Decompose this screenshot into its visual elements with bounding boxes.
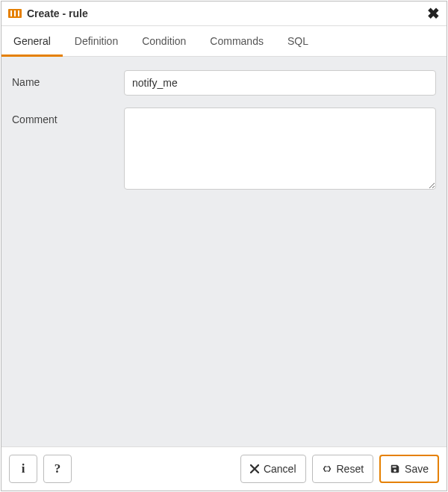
save-button-label: Save bbox=[405, 463, 429, 475]
save-icon bbox=[390, 464, 400, 474]
tab-label: Condition bbox=[142, 35, 186, 47]
name-input[interactable] bbox=[124, 70, 436, 96]
create-rule-dialog: Create - rule ✖ General Definition Condi… bbox=[1, 1, 447, 491]
tab-condition[interactable]: Condition bbox=[130, 26, 198, 56]
close-icon bbox=[250, 464, 259, 473]
svg-rect-3 bbox=[18, 10, 19, 16]
recycle-icon bbox=[322, 464, 332, 474]
cancel-button[interactable]: Cancel bbox=[240, 455, 306, 483]
tab-label: SQL bbox=[287, 35, 308, 47]
save-button[interactable]: Save bbox=[379, 455, 439, 483]
tab-label: General bbox=[13, 35, 51, 47]
tab-commands[interactable]: Commands bbox=[198, 26, 276, 56]
svg-rect-2 bbox=[14, 10, 16, 16]
titlebar: Create - rule ✖ bbox=[1, 1, 447, 26]
help-icon: ? bbox=[55, 461, 61, 476]
rule-icon bbox=[7, 8, 22, 19]
comment-label: Comment bbox=[12, 108, 124, 192]
help-button[interactable]: ? bbox=[43, 455, 72, 483]
dialog-title: Create - rule bbox=[27, 7, 426, 19]
reset-button[interactable]: Reset bbox=[312, 455, 374, 483]
form-row-name: Name bbox=[12, 70, 436, 96]
tabs: General Definition Condition Commands SQ… bbox=[1, 26, 447, 57]
form-body: Name Comment bbox=[1, 57, 447, 446]
footer: i ? Cancel Reset Save bbox=[1, 446, 447, 491]
tab-label: Commands bbox=[210, 35, 264, 47]
info-button[interactable]: i bbox=[9, 455, 37, 483]
form-row-comment: Comment bbox=[12, 108, 436, 192]
close-icon[interactable]: ✖ bbox=[426, 6, 441, 21]
reset-button-label: Reset bbox=[337, 463, 364, 475]
tab-label: Definition bbox=[75, 35, 118, 47]
tab-general[interactable]: General bbox=[1, 26, 63, 56]
svg-rect-1 bbox=[10, 10, 12, 16]
tab-definition[interactable]: Definition bbox=[63, 26, 130, 56]
comment-input[interactable] bbox=[124, 108, 436, 190]
tab-sql[interactable]: SQL bbox=[276, 26, 320, 56]
name-label: Name bbox=[12, 70, 124, 96]
info-icon: i bbox=[22, 461, 25, 476]
cancel-button-label: Cancel bbox=[264, 463, 296, 475]
